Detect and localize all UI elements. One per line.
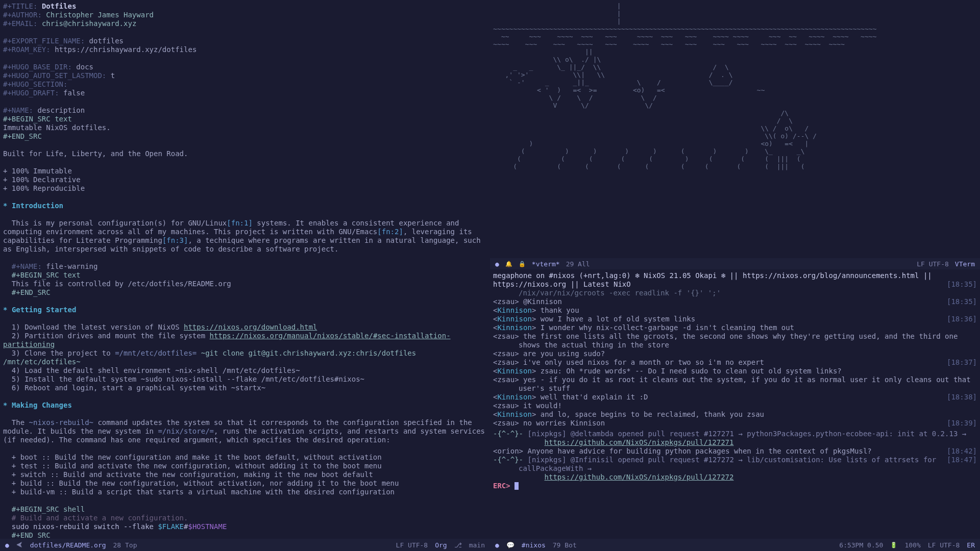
- erc-message: [18:39]<zsau> no worries Kinnison: [493, 419, 977, 428]
- editor-mode: Org: [435, 541, 447, 549]
- erc-pane[interactable]: megaphone on #nixos (+nrt,lag:0) ❄ NixOS…: [490, 269, 980, 539]
- bell-icon: [505, 259, 512, 268]
- status-dot-icon: [495, 541, 499, 549]
- vterm-encoding: LF UTF-8: [917, 260, 949, 268]
- heading-introduction: Introduction: [12, 202, 63, 210]
- back-icon[interactable]: ⮜: [16, 541, 23, 549]
- cursor-icon: [514, 482, 519, 490]
- erc-message: <Kinnison> I wonder why nix-collect-garb…: [493, 323, 977, 332]
- tagline: Built for Life, Liberty, and the Open Ro…: [3, 149, 188, 158]
- git-branch: main: [469, 541, 485, 549]
- link-pr-127271[interactable]: https://github.com/NixOS/nixpkgs/pull/12…: [545, 438, 734, 446]
- link-pr-127272[interactable]: https://github.com/NixOS/nixpkgs/pull/12…: [545, 473, 734, 481]
- doc-title: Dotfiles: [42, 2, 76, 10]
- nixos-logo-icon: ❄: [721, 271, 725, 280]
- erc-mode: ER: [967, 541, 975, 549]
- erc-buffer-name: #nixos: [522, 541, 546, 549]
- erc-topic: megaphone on #nixos (+nrt,lag:0) ❄ NixOS…: [493, 271, 977, 289]
- vterm-buffer-name: *vterm*: [532, 260, 560, 268]
- vterm-mode: VTerm: [955, 260, 975, 268]
- doc-author: Christopher James Hayward: [46, 11, 154, 19]
- erc-message: <zsau> the first one lists all the gcroo…: [493, 332, 977, 349]
- footnote-2[interactable]: [fn:2]: [377, 228, 403, 236]
- editor-encoding: LF UTF-8: [396, 541, 428, 549]
- status-dot-icon: [495, 260, 499, 268]
- branch-icon: [454, 541, 462, 549]
- modeline-editor: ⮜ dotfiles/README.org 28 Top LF UTF-8 Or…: [0, 539, 490, 551]
- org-source[interactable]: #+TITLE: Dotfiles #+AUTHOR: Christopher …: [3, 2, 487, 539]
- vterm-position: 29 All: [566, 260, 590, 268]
- erc-message: [18:37]<zsau> i've only used nixos for a…: [493, 358, 977, 367]
- battery-icon: [890, 540, 897, 549]
- ascii-art: | | | ~~~~~~~~~~~~~~~~~~~~~~~~~~~~~~~~~~…: [493, 2, 977, 170]
- battery-pct: 100%: [904, 541, 920, 549]
- erc-message: <Kinnison> thank you: [493, 306, 977, 315]
- clock-time: 6:53PM 0.50: [839, 541, 883, 549]
- erc-message: <Kinnison> zsau: Oh *rude words* -- Do I…: [493, 367, 977, 375]
- erc-message: <zsau> are you using sudo?: [493, 349, 977, 358]
- erc-encoding: LF UTF-8: [928, 541, 960, 549]
- kw-title: #+TITLE:: [3, 2, 37, 10]
- erc-message: [18:36]<Kinnison> wow I have a lot of ol…: [493, 315, 977, 323]
- erc-message: [18:38]<Kinnison> well that'd explain it…: [493, 393, 977, 402]
- editor-pane[interactable]: #+TITLE: Dotfiles #+AUTHOR: Christopher …: [0, 0, 490, 539]
- nixos-logo-icon: ❄: [635, 271, 639, 280]
- vterm-pane[interactable]: | | | ~~~~~~~~~~~~~~~~~~~~~~~~~~~~~~~~~~…: [490, 0, 980, 269]
- erc-input[interactable]: ERC>: [493, 482, 977, 490]
- erc-message: <zsau> yes - if you do it as root it cle…: [493, 375, 977, 393]
- erc-message: [18:42] <orion> Anyone have advice for b…: [493, 447, 977, 456]
- erc-message: [18:35]<zsau> @Kinnison: [493, 297, 977, 306]
- erc-bot-message: -{^-^}- [nixpkgs] @delta​mbda opened pul…: [493, 430, 977, 447]
- erc-bot-message: [18:47] -{^-^}- [nixpkgs] @Infinisil ope…: [493, 456, 977, 482]
- lock-icon: [519, 259, 526, 268]
- status-dot-icon: [5, 541, 9, 549]
- heading-getting-started: Getting Started: [12, 306, 76, 314]
- erc-topic-cmd: /nix/var/nix/gcroots -exec readlink -f '…: [493, 289, 977, 297]
- modeline-erc: 💬 #nixos 79 Bot 6:53PM 0.50 100% LF UTF-…: [490, 539, 980, 551]
- erc-message: <zsau> it would!: [493, 402, 977, 410]
- erc-message: <Kinnison> and lo, space begins to be re…: [493, 410, 977, 419]
- link-nixos-download[interactable]: https://nixos.org/download.html: [184, 323, 317, 331]
- modeline-vterm: *vterm* 29 All LF UTF-8 VTerm: [490, 258, 980, 269]
- chat-icon: 💬: [506, 541, 514, 549]
- erc-prompt: ERC>: [493, 482, 510, 490]
- erc-position: 79 Bot: [553, 541, 577, 549]
- editor-buffer-name: dotfiles/README.org: [30, 541, 106, 549]
- footnote-3[interactable]: [fn:3]: [162, 236, 188, 244]
- doc-email: chris@chrishayward.xyz: [42, 19, 136, 28]
- heading-making-changes: Making Changes: [12, 401, 72, 409]
- editor-position: 28 Top: [113, 541, 137, 549]
- footnote-1[interactable]: [fn:1]: [227, 219, 253, 227]
